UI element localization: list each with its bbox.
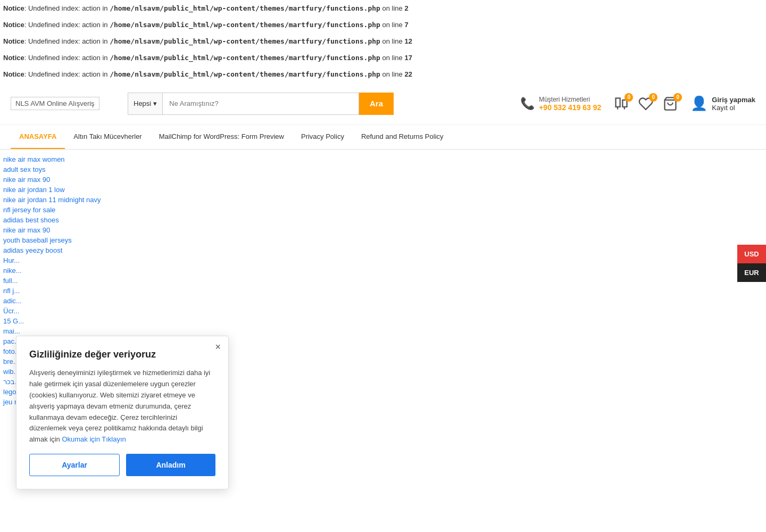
cookie-modal: × Gizliliğinize değer veriyoruz Alışveri… [16,336,229,489]
modal-close-button[interactable]: × [215,342,221,353]
cookie-modal-overlay: × Gizliliğinize değer veriyoruz Alışveri… [0,0,766,532]
settings-button[interactable]: Ayarlar [29,454,120,476]
modal-title: Gizliliğinize değer veriyoruz [29,349,215,360]
accept-button[interactable]: Anladım [126,454,215,476]
modal-body: Alışveriş deneyiminizi iyileştirmek ve h… [29,368,215,445]
modal-actions: Ayarlar Anladım [29,454,215,476]
modal-body-text: Alışveriş deneyiminizi iyileştirmek ve h… [29,369,210,443]
modal-read-more-link[interactable]: Okumak için Tıklayın [62,435,126,443]
